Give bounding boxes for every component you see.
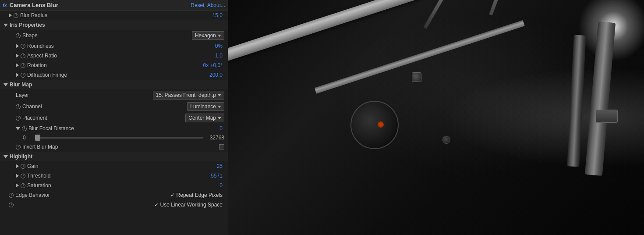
expand-rotation-icon[interactable] bbox=[16, 63, 19, 68]
rail-decoration-4 bbox=[489, 0, 522, 15]
placement-value: Center Map bbox=[188, 115, 216, 121]
blur-focal-distance-row: Blur Focal Distance 0 bbox=[0, 124, 228, 133]
collapse-highlight-icon[interactable] bbox=[4, 155, 8, 158]
rotation-value[interactable]: 0x +0,0° bbox=[203, 62, 225, 68]
invert-blur-map-row: Invert Blur Map bbox=[0, 142, 228, 152]
linear-working-space-value: ✓ Use Linear Working Space bbox=[154, 202, 224, 208]
saturation-row: Saturation 0 bbox=[0, 181, 228, 190]
preview-image bbox=[228, 0, 644, 235]
rail-decoration-3 bbox=[424, 0, 492, 29]
stopwatch-aspect-ratio-icon[interactable] bbox=[21, 53, 25, 58]
hex-piece bbox=[596, 110, 618, 123]
diffraction-fringe-value[interactable]: 200,0 bbox=[209, 72, 224, 78]
blur-map-label: Blur Map bbox=[10, 82, 32, 88]
rail-decoration-2 bbox=[315, 20, 525, 94]
stopwatch-blur-radius-icon[interactable] bbox=[14, 13, 18, 18]
aspect-ratio-value[interactable]: 1,0 bbox=[215, 53, 224, 59]
linear-working-space-row: ✓ Use Linear Working Space bbox=[0, 200, 228, 210]
rotation-label: Rotation bbox=[27, 62, 47, 68]
slider-max-label: 32768 bbox=[207, 135, 224, 141]
roundness-row: Roundness 0% bbox=[0, 41, 228, 51]
stopwatch-edge-icon[interactable] bbox=[9, 193, 14, 198]
gain-row: Gain 25 bbox=[0, 161, 228, 171]
layer-dropdown-arrow-icon bbox=[218, 94, 221, 96]
invert-blur-map-checkbox[interactable] bbox=[219, 144, 224, 150]
channel-value: Luminance bbox=[190, 103, 216, 110]
expand-saturation-icon[interactable] bbox=[16, 183, 19, 188]
rail-decoration-1 bbox=[228, 0, 508, 64]
channel-row: Channel Luminance bbox=[0, 101, 228, 112]
expand-roundness-icon[interactable] bbox=[16, 44, 19, 48]
shape-value: Hexagon bbox=[195, 32, 216, 39]
linear-working-space-label: Use Linear Working Space bbox=[160, 202, 223, 208]
collapse-iris-icon[interactable] bbox=[4, 24, 8, 27]
blur-focal-label: Blur Focal Distance bbox=[28, 125, 74, 132]
threshold-label: Threshold bbox=[27, 173, 50, 179]
diffraction-fringe-row: Diffraction Fringe 200,0 bbox=[0, 70, 228, 80]
expand-gain-icon[interactable] bbox=[16, 164, 19, 168]
stopwatch-rotation-icon[interactable] bbox=[21, 63, 25, 68]
threshold-value[interactable]: 5571 bbox=[211, 173, 224, 179]
stopwatch-linear-icon[interactable] bbox=[9, 203, 14, 207]
invert-blur-map-label: Invert Blur Map bbox=[22, 144, 58, 150]
stopwatch-gain-icon[interactable] bbox=[21, 164, 25, 169]
screw-2 bbox=[442, 136, 450, 144]
expand-diffraction-icon[interactable] bbox=[16, 73, 19, 77]
highlight-header[interactable]: Highlight bbox=[0, 152, 228, 161]
blur-focal-value[interactable]: 0 bbox=[219, 125, 224, 132]
stopwatch-focal-icon[interactable] bbox=[22, 126, 27, 131]
stopwatch-saturation-icon[interactable] bbox=[21, 183, 25, 188]
edge-behavior-row: Edge Behavior ✓ Repeat Edge Pixels bbox=[0, 190, 228, 200]
collapse-blur-focal-icon[interactable] bbox=[16, 127, 20, 130]
gain-value[interactable]: 25 bbox=[217, 163, 224, 169]
blur-radius-label: Blur Radius bbox=[20, 12, 47, 18]
layer-row: Layer 15. Passes Front_depth.p bbox=[0, 89, 228, 101]
effect-title: Camera Lens Blur bbox=[10, 2, 188, 8]
stopwatch-diffraction-icon[interactable] bbox=[21, 73, 25, 78]
channel-dropdown[interactable]: Luminance bbox=[187, 102, 224, 111]
placement-dropdown-arrow-icon bbox=[218, 117, 221, 119]
expand-aspect-ratio-icon[interactable] bbox=[16, 53, 19, 58]
layer-dropdown[interactable]: 15. Passes Front_depth.p bbox=[153, 91, 224, 100]
shape-row: Shape Hexagon bbox=[0, 30, 228, 41]
shape-dropdown[interactable]: Hexagon bbox=[192, 31, 224, 40]
blur-map-header[interactable]: Blur Map bbox=[0, 80, 228, 89]
stopwatch-shape-icon[interactable] bbox=[16, 33, 21, 38]
saturation-label: Saturation bbox=[27, 182, 51, 189]
about-button[interactable]: About... bbox=[207, 2, 225, 8]
slider-thumb[interactable] bbox=[35, 135, 40, 141]
edge-behavior-value[interactable]: ✓ Repeat Edge Pixels bbox=[170, 192, 224, 198]
saturation-value[interactable]: 0 bbox=[219, 182, 224, 189]
shape-dropdown-arrow-icon bbox=[218, 35, 221, 37]
placement-label: Placement bbox=[22, 115, 47, 121]
layer-value: 15. Passes Front_depth.p bbox=[156, 92, 216, 98]
blur-focal-slider[interactable] bbox=[35, 137, 203, 139]
rotation-row: Rotation 0x +0,0° bbox=[0, 61, 228, 70]
fx-header: fx Camera Lens Blur Reset About... bbox=[0, 0, 228, 11]
channel-label: Channel bbox=[22, 103, 42, 110]
lens-circle bbox=[350, 101, 399, 149]
fx-enabled-toggle[interactable]: fx bbox=[3, 3, 7, 8]
stopwatch-invert-icon[interactable] bbox=[16, 145, 21, 150]
blur-radius-value[interactable]: 15,0 bbox=[212, 12, 224, 18]
shape-label: Shape bbox=[22, 32, 38, 39]
stopwatch-placement-icon[interactable] bbox=[16, 116, 21, 121]
threshold-row: Threshold 5571 bbox=[0, 171, 228, 181]
stopwatch-channel-icon[interactable] bbox=[16, 104, 21, 109]
stopwatch-roundness-icon[interactable] bbox=[21, 44, 25, 49]
stopwatch-threshold-icon[interactable] bbox=[21, 174, 25, 178]
slider-min-label: 0 bbox=[23, 135, 32, 141]
cylinder-decoration-2 bbox=[567, 35, 586, 167]
aspect-ratio-label: Aspect Ratio bbox=[27, 53, 57, 59]
linear-check-mark: ✓ bbox=[154, 202, 160, 208]
expand-threshold-icon[interactable] bbox=[16, 174, 19, 178]
collapse-blur-map-icon[interactable] bbox=[4, 83, 8, 86]
expand-blur-radius-icon[interactable] bbox=[9, 13, 12, 18]
diffraction-fringe-label: Diffraction Fringe bbox=[27, 72, 67, 78]
reset-button[interactable]: Reset bbox=[191, 2, 204, 8]
effects-panel: fx Camera Lens Blur Reset About... Blur … bbox=[0, 0, 228, 235]
iris-properties-header[interactable]: Iris Properties bbox=[0, 20, 228, 30]
placement-dropdown[interactable]: Center Map bbox=[185, 114, 224, 122]
blur-radius-row: Blur Radius 15,0 bbox=[0, 11, 228, 20]
roundness-value[interactable]: 0% bbox=[215, 43, 224, 49]
